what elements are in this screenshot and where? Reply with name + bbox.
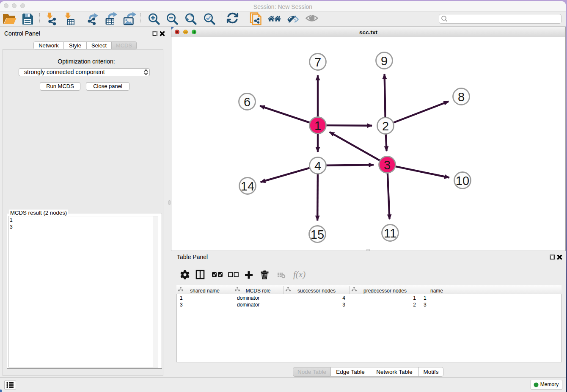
svg-text:10: 10 [456,174,469,188]
svg-text:1: 1 [314,119,321,133]
svg-text:8: 8 [458,90,465,104]
svg-text:7: 7 [314,55,321,69]
svg-text:2: 2 [382,119,389,133]
svg-text:14: 14 [241,179,254,193]
svg-text:f(x): f(x) [293,269,306,279]
svg-text:3: 3 [384,158,391,172]
svg-text:4: 4 [314,159,321,173]
svg-text:15: 15 [311,228,324,241]
svg-text:6: 6 [244,95,250,109]
svg-text:9: 9 [381,54,388,68]
svg-text:11: 11 [384,226,396,240]
